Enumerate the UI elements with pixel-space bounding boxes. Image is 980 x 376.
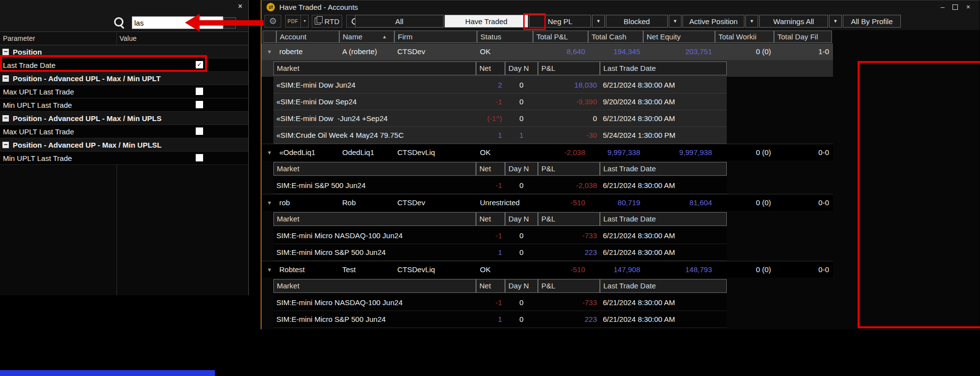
day-net-cell: 0 xyxy=(505,94,538,110)
net-equity-cell: 9,997,938 xyxy=(643,144,715,161)
subcolumn-header-net[interactable]: Net xyxy=(476,62,505,75)
maximize-icon[interactable] xyxy=(952,4,958,10)
pl-cell: 0 xyxy=(538,110,600,127)
subcolumn-header-day-n[interactable]: Day N xyxy=(505,162,538,176)
column-header-total-workii[interactable]: Total Workii xyxy=(715,31,774,43)
firm-cell: CTSDevLiq xyxy=(397,144,477,161)
close-icon[interactable]: × xyxy=(964,3,973,11)
account-cell: roberte xyxy=(279,43,339,60)
subcolumn-header-market[interactable]: Market xyxy=(273,162,476,176)
column-header-total-day-fil[interactable]: Total Day Fil xyxy=(774,31,832,43)
parameter-group-row[interactable]: −Position - Advanced UPL - Max / Min UPL… xyxy=(0,72,248,85)
column-header-net-equity[interactable]: Net Equity xyxy=(643,31,715,43)
column-header-account[interactable]: Account xyxy=(276,31,339,43)
column-header-value[interactable]: Value xyxy=(119,34,137,42)
subcolumn-header-day-n[interactable]: Day N xyxy=(505,212,538,226)
parameter-row[interactable]: Max UPLT Last Trade xyxy=(0,85,248,98)
column-header-name[interactable]: Name▲ xyxy=(339,31,394,43)
collapse-icon[interactable]: − xyxy=(2,75,9,82)
market-row[interactable]: SIM:E-mini Micro NASDAQ-100 Jun24-10-733… xyxy=(262,294,833,311)
market-row[interactable]: «SIM:E-mini Dow Jun242018,0306/21/2024 8… xyxy=(262,77,833,94)
pl-cell: -30 xyxy=(538,127,600,144)
market-cell: SIM:E-mini Micro S&P 500 Jun24 xyxy=(276,311,476,328)
market-row[interactable]: SIM:E-mini S&P 500 Jun24-10-2,0386/21/20… xyxy=(262,177,833,194)
checkbox-unchecked[interactable] xyxy=(196,88,203,95)
filter-button-blocked[interactable]: Blocked xyxy=(606,15,668,28)
filter-button-warnings-all[interactable]: Warnings All xyxy=(759,15,828,28)
filter-dropdown-arrow[interactable]: ▼ xyxy=(745,15,758,28)
close-icon[interactable]: × xyxy=(236,1,244,11)
market-row[interactable]: «SIM:E-mini Dow -Jun24 +Sep24(-1^)006/21… xyxy=(262,110,833,127)
window-titlebar[interactable]: ⇄ Have Traded - Accounts – × xyxy=(262,0,980,14)
subcolumn-header-p-l[interactable]: P&L xyxy=(538,62,600,75)
pl-cell: -9,390 xyxy=(538,94,600,110)
filter-button-active-position[interactable]: Active Position xyxy=(683,15,744,28)
column-header-firm[interactable]: Firm xyxy=(394,31,477,43)
checkbox-unchecked[interactable] xyxy=(196,154,203,161)
expander-icon[interactable]: ▼ xyxy=(263,144,276,161)
expander-icon[interactable]: ▼ xyxy=(263,43,276,60)
subcolumn-header-day-n[interactable]: Day N xyxy=(505,62,538,75)
market-row[interactable]: «SIM:Crude Oil Week 4 May24 79.75C11-305… xyxy=(262,127,833,144)
filter-button-all[interactable]: All xyxy=(355,15,444,28)
copy-rtd-button[interactable]: RTD xyxy=(312,15,342,28)
parameter-row[interactable]: Min UPLT Last Trade xyxy=(0,152,248,165)
column-header-total-p-l[interactable]: Total P&L xyxy=(533,31,588,43)
net-cell: 2 xyxy=(476,77,505,94)
subcolumn-header-p-l[interactable]: P&L xyxy=(538,162,600,176)
market-row[interactable]: SIM:E-mini Micro NASDAQ-100 Jun24-10-733… xyxy=(262,227,833,244)
settings-button[interactable]: ⚙ xyxy=(265,15,281,28)
subcolumn-header-market[interactable]: Market xyxy=(273,279,476,293)
parameter-row[interactable]: Min UPLT Last Trade xyxy=(0,98,248,112)
expander-icon[interactable]: ▼ xyxy=(263,261,276,278)
firm-cell: CTSDevLiq xyxy=(397,261,477,278)
expander-icon[interactable]: ▼ xyxy=(263,194,276,211)
net-cell: -1 xyxy=(476,227,505,244)
status-cell: OK xyxy=(480,144,533,161)
filter-button-have-traded[interactable]: Have Traded xyxy=(445,15,528,28)
market-subtable-header: MarketNetDay NP&LLast Trade Date xyxy=(262,160,833,177)
market-row[interactable]: SIM:E-mini Micro S&P 500 Jun24102236/21/… xyxy=(262,311,833,328)
subcolumn-header-p-l[interactable]: P&L xyxy=(538,279,600,293)
subcolumn-header-p-l[interactable]: P&L xyxy=(538,212,600,226)
subcolumn-header-last-trade-date[interactable]: Last Trade Date xyxy=(600,212,727,226)
collapse-icon[interactable]: − xyxy=(2,142,9,148)
parameter-label: Position - Advanced UPL - Max / Min UPLS xyxy=(13,114,162,123)
account-row[interactable]: ▼RobtestTestCTSDevLiqOK-510147,908148,79… xyxy=(262,261,833,278)
subcolumn-header-last-trade-date[interactable]: Last Trade Date xyxy=(600,162,727,176)
parameter-row[interactable]: Max UPLT Last Trade xyxy=(0,125,248,138)
checkbox-unchecked[interactable] xyxy=(196,101,203,108)
column-header-parameter[interactable]: Parameter xyxy=(3,34,35,42)
parameter-group-row[interactable]: −Position - Advanced UPL - Max / Min UPL… xyxy=(0,112,248,125)
account-row[interactable]: ▼«OdedLiq1OdedLiq1CTSDevLiqOK-2,0389,997… xyxy=(262,144,833,160)
checkbox-unchecked[interactable] xyxy=(196,127,203,135)
total-pl-cell: -2,038 xyxy=(533,144,588,161)
subcolumn-header-net[interactable]: Net xyxy=(476,162,505,176)
export-pdf-button[interactable]: PDF ▼ xyxy=(285,15,309,28)
market-row[interactable]: «SIM:E-mini Dow Sep24-10-9,3909/20/2024 … xyxy=(262,94,833,110)
chevron-down-icon[interactable]: ▼ xyxy=(300,15,306,27)
subcolumn-header-last-trade-date[interactable]: Last Trade Date xyxy=(600,62,727,75)
subcolumn-header-market[interactable]: Market xyxy=(273,212,476,226)
filter-dropdown-arrow[interactable]: ▼ xyxy=(592,15,605,28)
subcolumn-header-net[interactable]: Net xyxy=(476,212,505,226)
account-row[interactable]: ▼robRobCTSDevUnrestricted-51080,71981,60… xyxy=(262,194,833,211)
total-day-fill-cell: 0-0 xyxy=(774,261,832,278)
firm-cell: CTSDev xyxy=(397,43,477,60)
subcolumn-header-last-trade-date[interactable]: Last Trade Date xyxy=(600,279,727,293)
subcolumn-header-day-n[interactable]: Day N xyxy=(505,279,538,293)
filter-dropdown-arrow[interactable]: ▼ xyxy=(829,15,842,28)
subcolumn-header-net[interactable]: Net xyxy=(476,279,505,293)
subcolumn-header-market[interactable]: Market xyxy=(273,62,476,75)
filter-button-all-by-profile[interactable]: All By Profile xyxy=(843,15,901,28)
column-header-status[interactable]: Status xyxy=(477,31,533,43)
parameter-label: Position - Advanced UP - Max / Min UPLSL xyxy=(13,141,162,149)
account-row[interactable]: ▼roberteA (roberte)CTSDevOK8,640194,3452… xyxy=(262,43,833,60)
minimize-icon[interactable]: – xyxy=(938,3,947,11)
collapse-icon[interactable]: − xyxy=(2,115,9,122)
filter-dropdown-arrow[interactable]: ▼ xyxy=(669,15,682,28)
column-header-total-cash[interactable]: Total Cash xyxy=(588,31,643,43)
market-row[interactable]: SIM:E-mini Micro S&P 500 Jun24102236/21/… xyxy=(262,244,833,261)
parameter-group-row[interactable]: −Position - Advanced UP - Max / Min UPLS… xyxy=(0,138,248,152)
collapse-icon[interactable]: − xyxy=(2,49,9,55)
